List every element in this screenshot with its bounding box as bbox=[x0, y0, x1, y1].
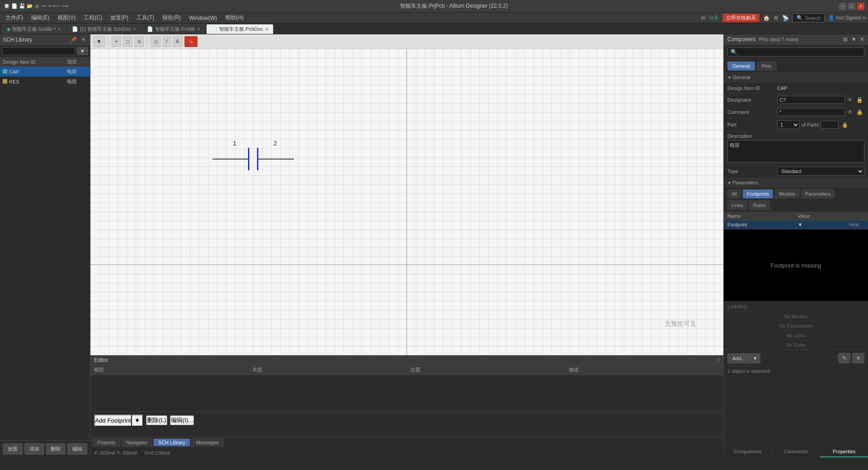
delete-footprint-button[interactable]: 删除(L) bbox=[146, 415, 167, 425]
canvas-bottom[interactable]: 无预览可见 bbox=[90, 265, 723, 355]
add-shape-button[interactable]: + bbox=[112, 36, 121, 47]
tab-sch-library[interactable]: ◆ 智能车主板.Scblib * ✕ bbox=[2, 24, 66, 34]
footprint-value-dropdown[interactable]: ▼ bbox=[798, 222, 803, 227]
comment-input[interactable] bbox=[777, 108, 845, 116]
bookmark-button[interactable]: 🔖 bbox=[184, 36, 198, 47]
panel-close-icon[interactable]: ✕ bbox=[80, 36, 87, 43]
align-button[interactable]: ≡ bbox=[134, 36, 144, 47]
menu-file[interactable]: 文件(F) bbox=[2, 13, 27, 23]
share-button[interactable]: 分享 bbox=[709, 14, 719, 21]
library-search-input[interactable] bbox=[2, 47, 75, 55]
tab-sch-lib[interactable]: SCH Library bbox=[153, 438, 190, 446]
menu-window[interactable]: Window(W) bbox=[185, 14, 221, 22]
buy-online-button[interactable]: 立即在线购买 bbox=[722, 14, 760, 22]
general-section-header[interactable]: General bbox=[724, 73, 868, 82]
rbt-comments[interactable]: Comments bbox=[772, 446, 821, 457]
comment-lock-icon[interactable]: 🔒 bbox=[855, 108, 864, 116]
menu-tools[interactable]: 工具(T) bbox=[133, 13, 158, 23]
close-button[interactable]: ✕ bbox=[857, 3, 864, 10]
canvas-quadrant-tr[interactable] bbox=[407, 49, 723, 264]
add-footprint-dropdown[interactable]: ▼ bbox=[132, 414, 143, 427]
delete-button[interactable]: 删除 bbox=[46, 443, 66, 455]
comment-visibility-toggle[interactable]: 👁 bbox=[846, 108, 854, 116]
section-tab-pins[interactable]: Pins bbox=[757, 61, 776, 70]
add-button[interactable]: 添加 bbox=[24, 443, 44, 455]
type-select[interactable]: Standard bbox=[777, 167, 864, 176]
user-account[interactable]: 👤 Not Signed In bbox=[828, 15, 866, 21]
right-search-input[interactable] bbox=[739, 49, 861, 55]
tab-label3: 智能车主板.Pcblib bbox=[155, 26, 195, 33]
library-search-button[interactable]: ▼ bbox=[77, 47, 88, 55]
tab-close-icon[interactable]: ✕ bbox=[57, 27, 61, 32]
filter-button[interactable]: ▼ bbox=[93, 36, 105, 47]
tab-pins[interactable]: Pins (and 7 more) bbox=[759, 37, 798, 42]
tab-pcblib[interactable]: 📄 智能车主板.Pcblib ✕ bbox=[142, 24, 205, 34]
description-textarea[interactable]: 电容 bbox=[727, 140, 864, 163]
menu-help[interactable]: 帮助(H) bbox=[222, 13, 247, 23]
params-tab-parameters[interactable]: Parameters bbox=[801, 189, 835, 198]
message-icon[interactable]: ✉ bbox=[701, 15, 705, 21]
params-row-footprint[interactable]: Footprint ▼ Hide bbox=[724, 221, 868, 229]
panel-pin-icon[interactable]: 📌 bbox=[69, 36, 79, 43]
edit-pencil-button[interactable]: ✎ bbox=[838, 353, 850, 363]
add-param-dropdown[interactable]: ▼ bbox=[750, 353, 760, 363]
section-tab-general[interactable]: General bbox=[727, 61, 755, 70]
place-button[interactable]: 放置 bbox=[3, 443, 23, 455]
diamond-button[interactable]: ◇ bbox=[151, 36, 161, 47]
params-tab-rules[interactable]: Rules bbox=[749, 201, 770, 210]
minimize-button[interactable]: ─ bbox=[839, 3, 846, 10]
settings-icon[interactable]: ⚙ bbox=[774, 15, 778, 21]
rect-button[interactable]: □ bbox=[123, 36, 132, 47]
right-filter-icon[interactable]: ▼ bbox=[851, 36, 857, 42]
rbt-properties[interactable]: Properties bbox=[820, 446, 868, 457]
library-row-cap[interactable]: CAP 电容 bbox=[0, 67, 90, 77]
tab-messages[interactable]: Messages bbox=[191, 438, 224, 446]
right-expand-icon[interactable]: ⊞ bbox=[843, 36, 848, 42]
params-tab-links[interactable]: Links bbox=[727, 201, 747, 210]
tab-close-icon2[interactable]: ✕ bbox=[132, 27, 136, 32]
menu-view[interactable]: 视图(V) bbox=[54, 13, 79, 23]
part-field-group: 1 of Parts 🔒 bbox=[777, 120, 849, 129]
part-lock-icon[interactable]: 🔒 bbox=[840, 122, 849, 128]
canvas-quadrant-tl[interactable]: 1 2 bbox=[90, 49, 407, 264]
part-select[interactable]: 1 bbox=[777, 120, 800, 129]
menu-place[interactable]: 放置(P) bbox=[107, 13, 132, 23]
parts-count-input[interactable] bbox=[821, 121, 839, 129]
canvas-quadrant-bl[interactable] bbox=[90, 265, 407, 355]
line-button[interactable]: / bbox=[163, 36, 170, 47]
right-panel-actions: ⊞ ▼ ✕ bbox=[843, 36, 864, 42]
add-param-button[interactable]: Add... bbox=[727, 353, 750, 363]
tab-pcbdoc[interactable]: 📄 智能车主板.PcbDoc ✕ bbox=[206, 24, 274, 34]
designator-visibility-toggle[interactable]: 👁 bbox=[846, 96, 854, 103]
edit-footprint-button[interactable]: 编辑(I)... bbox=[170, 415, 194, 425]
menu-reports[interactable]: 报告(R) bbox=[159, 13, 184, 23]
tab-navigator[interactable]: Navigator bbox=[121, 438, 152, 446]
right-close-icon[interactable]: ✕ bbox=[860, 36, 864, 42]
tab-projects[interactable]: Projects bbox=[92, 438, 120, 446]
library-row-res[interactable]: RES 电阻 bbox=[0, 77, 90, 87]
add-footprint-button[interactable]: Add Footprint bbox=[94, 414, 132, 427]
edit-delete-button[interactable]: ✕ bbox=[852, 353, 864, 363]
tab-close-icon4[interactable]: ✕ bbox=[265, 27, 269, 32]
text-button[interactable]: A bbox=[173, 36, 183, 47]
tab-component[interactable]: Component bbox=[727, 36, 755, 42]
search-label[interactable]: Search bbox=[805, 15, 821, 21]
home-icon[interactable]: 🏠 bbox=[763, 15, 770, 21]
designator-input[interactable] bbox=[777, 96, 845, 104]
schematic-symbol: 1 2 bbox=[212, 139, 303, 175]
tab-close-icon3[interactable]: ✕ bbox=[197, 27, 200, 32]
network-icon[interactable]: 📡 bbox=[782, 15, 789, 21]
menu-project[interactable]: 工程(C) bbox=[80, 13, 106, 23]
params-tab-models[interactable]: Models bbox=[775, 189, 799, 198]
tab-schdoc[interactable]: 📄 [1] 智能车主板.SchDoc ✕ bbox=[67, 24, 141, 34]
params-tab-all[interactable]: All bbox=[727, 189, 741, 198]
menu-edit[interactable]: 编辑(E) bbox=[28, 13, 53, 23]
canvas-top[interactable]: 1 2 bbox=[90, 49, 723, 265]
maximize-button[interactable]: □ bbox=[848, 3, 855, 10]
params-tab-footprints[interactable]: Footprints bbox=[743, 189, 773, 198]
canvas-quadrant-br[interactable]: 无预览可见 bbox=[407, 265, 723, 355]
parameters-section-header[interactable]: Parameters bbox=[724, 178, 868, 188]
rbt-components[interactable]: Components bbox=[724, 446, 772, 457]
designator-lock-icon[interactable]: 🔒 bbox=[855, 96, 864, 103]
edit-button[interactable]: 编辑 bbox=[67, 443, 87, 455]
